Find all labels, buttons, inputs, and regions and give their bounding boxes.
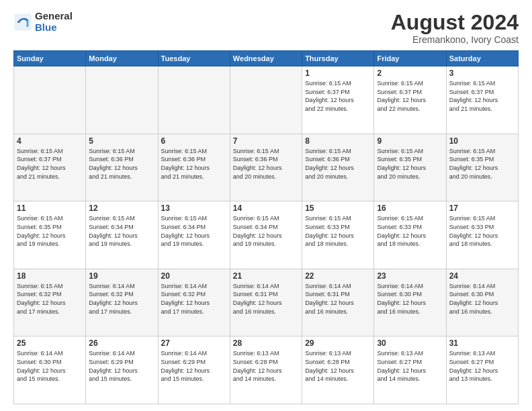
calendar-header-friday: Friday	[374, 51, 446, 66]
calendar-cell: 26Sunrise: 6:14 AM Sunset: 6:29 PM Dayli…	[86, 336, 158, 404]
day-number: 24	[449, 271, 515, 281]
day-number: 21	[233, 271, 299, 281]
day-info: Sunrise: 6:14 AM Sunset: 6:29 PM Dayligh…	[161, 349, 227, 383]
day-number: 4	[17, 136, 83, 146]
calendar-header-monday: Monday	[86, 51, 158, 66]
logo-text: General Blue	[35, 11, 73, 33]
calendar-cell	[14, 66, 86, 134]
day-info: Sunrise: 6:15 AM Sunset: 6:37 PM Dayligh…	[377, 79, 443, 113]
day-info: Sunrise: 6:14 AM Sunset: 6:31 PM Dayligh…	[305, 282, 371, 316]
calendar-cell: 22Sunrise: 6:14 AM Sunset: 6:31 PM Dayli…	[302, 269, 374, 336]
day-number: 16	[377, 203, 443, 213]
logo-blue-text: Blue	[35, 22, 73, 34]
calendar-header-sunday: Sunday	[14, 51, 86, 66]
calendar-cell	[158, 66, 230, 134]
calendar-cell: 23Sunrise: 6:14 AM Sunset: 6:30 PM Dayli…	[374, 269, 446, 336]
day-number: 18	[17, 271, 83, 281]
calendar-cell: 9Sunrise: 6:15 AM Sunset: 6:35 PM Daylig…	[374, 134, 446, 201]
day-number: 23	[377, 271, 443, 281]
day-number: 7	[233, 136, 299, 146]
header: General Blue August 2024 Eremankono, Ivo…	[13, 11, 519, 45]
calendar-week-3: 18Sunrise: 6:15 AM Sunset: 6:32 PM Dayli…	[14, 269, 519, 336]
day-number: 9	[377, 136, 443, 146]
calendar-cell: 13Sunrise: 6:15 AM Sunset: 6:34 PM Dayli…	[158, 201, 230, 269]
logo: General Blue	[13, 11, 73, 33]
day-number: 14	[233, 203, 299, 213]
day-info: Sunrise: 6:15 AM Sunset: 6:35 PM Dayligh…	[377, 147, 443, 181]
day-info: Sunrise: 6:14 AM Sunset: 6:29 PM Dayligh…	[89, 349, 154, 383]
svg-rect-0	[14, 13, 31, 30]
calendar-cell: 17Sunrise: 6:15 AM Sunset: 6:33 PM Dayli…	[446, 201, 518, 269]
title-section: August 2024 Eremankono, Ivory Coast	[391, 11, 519, 45]
day-info: Sunrise: 6:13 AM Sunset: 6:28 PM Dayligh…	[305, 349, 371, 383]
calendar-cell: 14Sunrise: 6:15 AM Sunset: 6:34 PM Dayli…	[230, 201, 302, 269]
calendar-cell	[230, 66, 302, 134]
day-number: 25	[17, 338, 83, 348]
day-number: 26	[89, 338, 154, 348]
logo-icon	[13, 13, 32, 32]
page: General Blue August 2024 Eremankono, Ivo…	[0, 0, 532, 411]
calendar-cell: 10Sunrise: 6:15 AM Sunset: 6:35 PM Dayli…	[446, 134, 518, 201]
day-info: Sunrise: 6:15 AM Sunset: 6:36 PM Dayligh…	[233, 147, 299, 181]
day-number: 2	[377, 68, 443, 78]
day-number: 29	[305, 338, 371, 348]
day-number: 10	[449, 136, 515, 146]
day-info: Sunrise: 6:13 AM Sunset: 6:27 PM Dayligh…	[377, 349, 443, 383]
calendar-cell: 7Sunrise: 6:15 AM Sunset: 6:36 PM Daylig…	[230, 134, 302, 201]
day-info: Sunrise: 6:15 AM Sunset: 6:37 PM Dayligh…	[449, 79, 515, 113]
day-number: 12	[89, 203, 154, 213]
logo-general-text: General	[35, 11, 73, 22]
calendar-header-wednesday: Wednesday	[230, 51, 302, 66]
calendar-cell: 8Sunrise: 6:15 AM Sunset: 6:36 PM Daylig…	[302, 134, 374, 201]
day-info: Sunrise: 6:15 AM Sunset: 6:35 PM Dayligh…	[449, 147, 515, 181]
calendar-cell: 21Sunrise: 6:14 AM Sunset: 6:31 PM Dayli…	[230, 269, 302, 336]
calendar-cell: 6Sunrise: 6:15 AM Sunset: 6:36 PM Daylig…	[158, 134, 230, 201]
day-info: Sunrise: 6:15 AM Sunset: 6:36 PM Dayligh…	[305, 147, 371, 181]
day-info: Sunrise: 6:14 AM Sunset: 6:30 PM Dayligh…	[377, 282, 443, 316]
calendar-cell: 15Sunrise: 6:15 AM Sunset: 6:33 PM Dayli…	[302, 201, 374, 269]
day-info: Sunrise: 6:15 AM Sunset: 6:35 PM Dayligh…	[17, 214, 83, 248]
calendar-header-thursday: Thursday	[302, 51, 374, 66]
calendar-cell: 3Sunrise: 6:15 AM Sunset: 6:37 PM Daylig…	[446, 66, 518, 134]
day-number: 22	[305, 271, 371, 281]
day-info: Sunrise: 6:15 AM Sunset: 6:36 PM Dayligh…	[161, 147, 227, 181]
calendar-cell: 20Sunrise: 6:14 AM Sunset: 6:32 PM Dayli…	[158, 269, 230, 336]
calendar-cell	[86, 66, 158, 134]
day-info: Sunrise: 6:15 AM Sunset: 6:34 PM Dayligh…	[161, 214, 227, 248]
day-number: 30	[377, 338, 443, 348]
day-info: Sunrise: 6:15 AM Sunset: 6:33 PM Dayligh…	[305, 214, 371, 248]
day-number: 19	[89, 271, 154, 281]
calendar-cell: 27Sunrise: 6:14 AM Sunset: 6:29 PM Dayli…	[158, 336, 230, 404]
calendar-header-row: SundayMondayTuesdayWednesdayThursdayFrid…	[14, 51, 519, 66]
day-info: Sunrise: 6:15 AM Sunset: 6:33 PM Dayligh…	[377, 214, 443, 248]
calendar-cell: 24Sunrise: 6:14 AM Sunset: 6:30 PM Dayli…	[446, 269, 518, 336]
calendar-cell: 11Sunrise: 6:15 AM Sunset: 6:35 PM Dayli…	[14, 201, 86, 269]
calendar-cell: 4Sunrise: 6:15 AM Sunset: 6:37 PM Daylig…	[14, 134, 86, 201]
day-number: 13	[161, 203, 227, 213]
calendar-cell: 2Sunrise: 6:15 AM Sunset: 6:37 PM Daylig…	[374, 66, 446, 134]
day-info: Sunrise: 6:15 AM Sunset: 6:36 PM Dayligh…	[89, 147, 154, 181]
day-number: 28	[233, 338, 299, 348]
day-info: Sunrise: 6:14 AM Sunset: 6:32 PM Dayligh…	[89, 282, 154, 316]
day-info: Sunrise: 6:15 AM Sunset: 6:37 PM Dayligh…	[17, 147, 83, 181]
month-year: August 2024	[391, 11, 519, 34]
calendar-cell: 31Sunrise: 6:13 AM Sunset: 6:27 PM Dayli…	[446, 336, 518, 404]
day-number: 17	[449, 203, 515, 213]
calendar-cell: 5Sunrise: 6:15 AM Sunset: 6:36 PM Daylig…	[86, 134, 158, 201]
day-info: Sunrise: 6:13 AM Sunset: 6:27 PM Dayligh…	[449, 349, 515, 383]
day-number: 5	[89, 136, 154, 146]
calendar-header-saturday: Saturday	[446, 51, 518, 66]
calendar-cell: 16Sunrise: 6:15 AM Sunset: 6:33 PM Dayli…	[374, 201, 446, 269]
calendar-week-0: 1Sunrise: 6:15 AM Sunset: 6:37 PM Daylig…	[14, 66, 519, 134]
day-info: Sunrise: 6:15 AM Sunset: 6:33 PM Dayligh…	[449, 214, 515, 248]
calendar-table: SundayMondayTuesdayWednesdayThursdayFrid…	[13, 50, 519, 404]
calendar-week-4: 25Sunrise: 6:14 AM Sunset: 6:30 PM Dayli…	[14, 336, 519, 404]
calendar-cell: 29Sunrise: 6:13 AM Sunset: 6:28 PM Dayli…	[302, 336, 374, 404]
day-info: Sunrise: 6:14 AM Sunset: 6:30 PM Dayligh…	[449, 282, 515, 316]
day-number: 8	[305, 136, 371, 146]
day-info: Sunrise: 6:15 AM Sunset: 6:34 PM Dayligh…	[89, 214, 154, 248]
day-number: 20	[161, 271, 227, 281]
calendar-cell: 30Sunrise: 6:13 AM Sunset: 6:27 PM Dayli…	[374, 336, 446, 404]
day-info: Sunrise: 6:14 AM Sunset: 6:31 PM Dayligh…	[233, 282, 299, 316]
day-number: 27	[161, 338, 227, 348]
